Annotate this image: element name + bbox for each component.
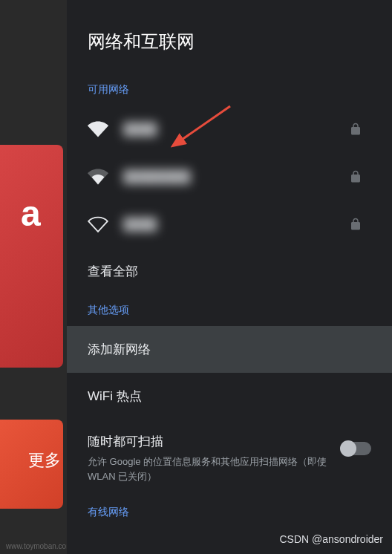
page-title: 网络和互联网 — [67, 0, 392, 74]
scan-toggle[interactable] — [342, 442, 371, 455]
network-item-1[interactable]: ████████ — [67, 153, 392, 201]
toggle-thumb — [340, 440, 356, 457]
settings-panel: 网络和互联网 可用网络 ████ ████████ ████ 查看全部 其他选项… — [67, 0, 392, 554]
wifi-signal-icon — [88, 119, 108, 140]
lock-icon — [349, 123, 362, 136]
view-all-button[interactable]: 查看全部 — [67, 248, 392, 295]
add-network-button[interactable]: 添加新网络 — [67, 326, 392, 373]
background-more-text: 更多 — [28, 449, 61, 472]
lock-icon — [349, 170, 362, 183]
network-item-0[interactable]: ████ — [67, 105, 392, 153]
section-other-options: 其他选项 — [67, 295, 392, 326]
network-item-2[interactable]: ████ — [67, 201, 392, 248]
network-name: ████ — [123, 218, 334, 231]
scan-text-block: 随时都可扫描 允许 Google 的位置信息服务和其他应用扫描网络（即使 WLA… — [88, 433, 330, 483]
background-card-amazon — [0, 145, 63, 368]
background-letter: a — [21, 193, 41, 234]
scan-always-item[interactable]: 随时都可扫描 允许 Google 的位置信息服务和其他应用扫描网络（即使 WLA… — [67, 420, 392, 497]
scan-subtitle: 允许 Google 的位置信息服务和其他应用扫描网络（即使 WLAN 已关闭） — [88, 454, 330, 483]
wifi-signal-icon — [88, 166, 108, 187]
section-available-networks: 可用网络 — [67, 74, 392, 105]
watermark: CSDN @ansondroider — [280, 533, 384, 545]
network-name: ████ — [123, 123, 334, 136]
network-name: ████████ — [123, 170, 334, 183]
wifi-signal-icon — [88, 214, 108, 235]
scan-title: 随时都可扫描 — [88, 433, 330, 450]
lock-icon — [349, 218, 362, 231]
section-wired-network: 有线网络 — [67, 497, 392, 528]
wifi-hotspot-button[interactable]: WiFi 热点 — [67, 373, 392, 420]
